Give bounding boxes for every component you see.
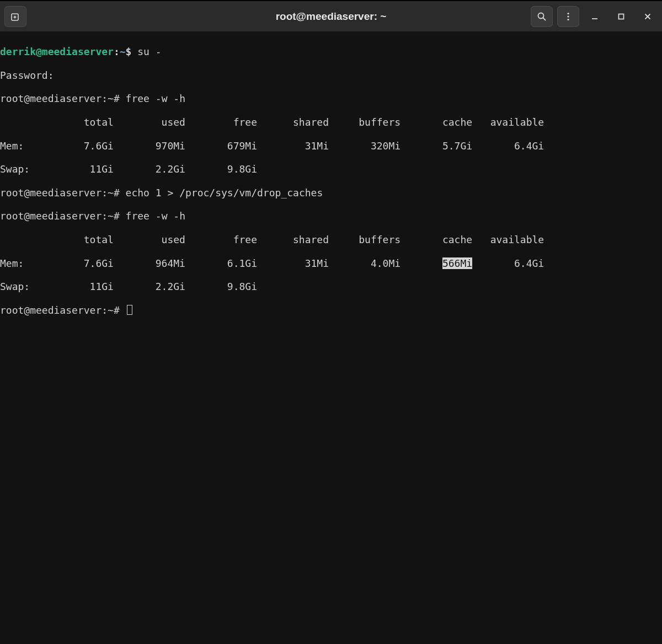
cmd-text: echo 1 > /proc/sys/vm/drop_caches	[126, 187, 323, 198]
prompt-path: ~	[120, 46, 126, 57]
prompt-colon: :	[102, 304, 108, 316]
terminal-viewport[interactable]: derrik@meediaserver:~$ su - Password: ro…	[0, 32, 662, 644]
search-icon	[537, 12, 547, 22]
terminal-line: root@meediaserver:~# free -w -h	[0, 210, 662, 222]
close-icon	[644, 13, 652, 20]
prompt-user: derrik@meediaserver	[0, 46, 114, 57]
prompt-symbol: #	[114, 93, 120, 104]
free-mem-row: Mem: 7.6Gi 970Mi 679Mi 31Mi 320Mi 5.7Gi …	[0, 140, 662, 152]
svg-rect-9	[619, 14, 624, 19]
prompt-path: ~	[108, 93, 114, 104]
new-tab-icon	[10, 12, 20, 22]
terminal-line: root@meediaserver:~#	[0, 304, 662, 316]
prompt-path: ~	[108, 304, 114, 316]
prompt-root: root@meediaserver	[0, 304, 102, 316]
cmd-text	[131, 46, 137, 57]
prompt-symbol: #	[114, 187, 120, 198]
titlebar-right	[531, 6, 659, 27]
minimize-icon	[591, 13, 599, 20]
minimize-button[interactable]	[584, 6, 606, 27]
prompt-root: root@meediaserver	[0, 210, 102, 222]
output-text: Mem: 7.6Gi 964Mi 6.1Gi 31Mi 4.0Mi	[0, 257, 442, 269]
output-text: 6.4Gi	[472, 257, 544, 269]
terminal-line: root@meediaserver:~# echo 1 > /proc/sys/…	[0, 187, 662, 198]
prompt-path: ~	[108, 210, 114, 222]
cmd-text: free -w -h	[126, 210, 185, 222]
output-text: Password:	[0, 69, 54, 81]
window-title: root@meediaserver: ~	[276, 10, 387, 23]
terminal-line: Password:	[0, 69, 662, 81]
prompt-root: root@meediaserver	[0, 93, 102, 104]
free-swap-row: Swap: 11Gi 2.2Gi 9.8Gi	[0, 163, 662, 175]
new-tab-button[interactable]	[4, 6, 26, 27]
free-mem-row: Mem: 7.6Gi 964Mi 6.1Gi 31Mi 4.0Mi 566Mi …	[0, 257, 662, 269]
cursor	[127, 305, 132, 315]
menu-button[interactable]	[557, 6, 579, 27]
maximize-icon	[617, 13, 625, 20]
svg-line-4	[543, 18, 545, 20]
svg-point-7	[567, 18, 569, 20]
prompt-symbol: #	[114, 304, 120, 316]
prompt-colon: :	[114, 46, 120, 57]
highlighted-value: 566Mi	[442, 257, 472, 269]
prompt-symbol: #	[114, 210, 120, 222]
close-button[interactable]	[637, 6, 659, 27]
cmd-text: free -w -h	[126, 93, 185, 104]
terminal-line: derrik@meediaserver:~$ su -	[0, 46, 662, 57]
prompt-root: root@meediaserver	[0, 187, 102, 198]
kebab-menu-icon	[563, 12, 573, 22]
svg-point-6	[567, 15, 569, 17]
free-header: total used free shared buffers cache ava…	[0, 116, 662, 128]
maximize-button[interactable]	[610, 6, 632, 27]
terminal-line: root@meediaserver:~# free -w -h	[0, 93, 662, 104]
svg-point-5	[567, 12, 569, 14]
free-swap-row: Swap: 11Gi 2.2Gi 9.8Gi	[0, 281, 662, 292]
prompt-path: ~	[108, 187, 114, 198]
free-header: total used free shared buffers cache ava…	[0, 234, 662, 245]
prompt-colon: :	[102, 187, 108, 198]
prompt-symbol: $	[126, 46, 132, 57]
titlebar: root@meediaserver: ~	[0, 0, 662, 32]
search-button[interactable]	[531, 6, 553, 27]
prompt-colon: :	[102, 93, 108, 104]
cmd-text: su -	[137, 46, 161, 57]
prompt-colon: :	[102, 210, 108, 222]
